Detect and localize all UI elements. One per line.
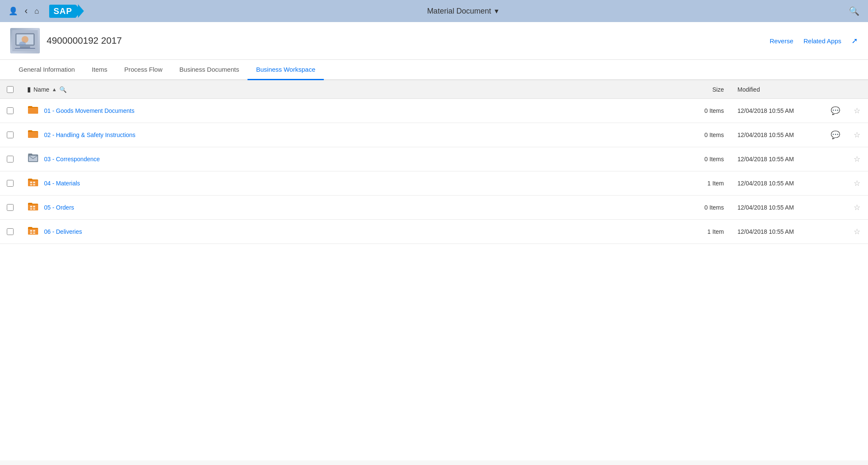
folder-icon-header: ▮	[27, 85, 31, 93]
comment-icon[interactable]: 💬	[831, 106, 840, 115]
folder-envelope-icon	[27, 153, 39, 165]
svg-rect-15	[30, 208, 32, 210]
row-name[interactable]: 06 - Deliveries	[44, 228, 82, 235]
svg-rect-16	[33, 208, 35, 210]
star-icon[interactable]: ☆	[854, 227, 860, 236]
row-comment-cell	[824, 171, 847, 196]
external-link-icon[interactable]: ➚	[851, 36, 858, 45]
table-header: ▮ Name ▲ 🔍 Size Modified	[0, 80, 868, 99]
star-icon[interactable]: ☆	[854, 203, 860, 212]
sort-asc-icon[interactable]: ▲	[52, 87, 57, 92]
row-name-cell: 04 - Materials	[20, 171, 688, 196]
svg-rect-20	[33, 232, 35, 234]
row-checkbox-cell	[0, 196, 20, 220]
row-checkbox-3[interactable]	[7, 180, 14, 187]
table-row: 05 - Orders0 Items12/04/2018 10:55 AM☆	[0, 196, 868, 220]
sap-logo[interactable]: SAP	[49, 5, 76, 18]
table-row: 04 - Materials1 Item12/04/2018 10:55 AM☆	[0, 171, 868, 196]
table-row: 06 - Deliveries1 Item12/04/2018 10:55 AM…	[0, 220, 868, 244]
tab-items[interactable]: Items	[83, 60, 116, 80]
row-checkbox-5[interactable]	[7, 228, 14, 235]
star-icon[interactable]: ☆	[854, 179, 860, 188]
home-icon[interactable]: ⌂	[34, 7, 39, 16]
reverse-button[interactable]: Reverse	[770, 37, 793, 45]
document-actions: Reverse Related Apps ➚	[770, 36, 858, 45]
svg-point-6	[19, 42, 26, 46]
back-icon[interactable]: ‹	[25, 6, 28, 17]
tab-business-workspace[interactable]: Business Workspace	[248, 60, 324, 80]
tabs-bar: General Information Items Process Flow B…	[0, 60, 868, 80]
tab-business-documents[interactable]: Business Documents	[171, 60, 248, 80]
row-modified-cell: 12/04/2018 10:55 AM	[731, 220, 824, 244]
header-comment-col	[824, 80, 847, 99]
row-modified-cell: 12/04/2018 10:55 AM	[731, 123, 824, 147]
star-icon[interactable]: ☆	[854, 106, 860, 115]
document-id: 4900000192 2017	[47, 35, 770, 46]
app-header: 👤 ‹ ⌂ SAP Material Document ▾ 🔍	[0, 0, 868, 22]
folder-grid-icon	[27, 225, 39, 238]
header-search-icon[interactable]: 🔍	[849, 6, 860, 16]
row-modified-cell: 12/04/2018 10:55 AM	[731, 147, 824, 171]
nav-icons: 👤 ‹ ⌂ SAP	[8, 5, 76, 18]
svg-rect-9	[30, 182, 32, 183]
star-icon[interactable]: ☆	[854, 131, 860, 139]
sap-logo-box: SAP	[49, 5, 76, 18]
col-size-label: Size	[712, 86, 724, 93]
row-checkbox-cell	[0, 99, 20, 123]
row-star-cell: ☆	[847, 171, 868, 196]
row-comment-cell	[824, 196, 847, 220]
row-checkbox-4[interactable]	[7, 204, 14, 211]
row-name[interactable]: 04 - Materials	[44, 180, 80, 187]
svg-rect-3	[20, 46, 30, 48]
svg-rect-10	[33, 182, 35, 183]
row-modified-cell: 12/04/2018 10:55 AM	[731, 99, 824, 123]
select-all-checkbox[interactable]	[7, 86, 14, 93]
row-star-cell: ☆	[847, 220, 868, 244]
user-icon[interactable]: 👤	[8, 6, 18, 16]
row-checkbox-2[interactable]	[7, 156, 14, 162]
comment-icon[interactable]: 💬	[831, 131, 840, 139]
related-apps-button[interactable]: Related Apps	[804, 37, 841, 45]
thumbnail-svg	[12, 30, 38, 51]
row-size-cell: 0 Items	[688, 147, 731, 171]
main-content: ▮ Name ▲ 🔍 Size Modified	[0, 80, 868, 460]
header-modified-col: Modified	[731, 80, 824, 99]
row-comment-cell	[824, 147, 847, 171]
row-checkbox-1[interactable]	[7, 132, 14, 138]
svg-rect-18	[33, 230, 35, 232]
row-comment-cell	[824, 220, 847, 244]
row-modified-cell: 12/04/2018 10:55 AM	[731, 171, 824, 196]
document-header: 4900000192 2017 Reverse Related Apps ➚	[0, 22, 868, 60]
star-icon[interactable]: ☆	[854, 155, 860, 163]
row-comment-cell: 💬	[824, 99, 847, 123]
row-size-cell: 1 Item	[688, 171, 731, 196]
row-name[interactable]: 01 - Goods Movement Documents	[44, 107, 134, 114]
header-star-col	[847, 80, 868, 99]
row-size-cell: 0 Items	[688, 196, 731, 220]
row-name-cell: 06 - Deliveries	[20, 220, 688, 244]
col-name-label: Name	[33, 86, 49, 93]
folder-grid-icon	[27, 177, 39, 190]
row-star-cell: ☆	[847, 196, 868, 220]
header-checkbox-cell	[0, 80, 20, 99]
row-name[interactable]: 05 - Orders	[44, 204, 74, 211]
folder-grid-icon	[27, 201, 39, 214]
tab-general-information[interactable]: General Information	[10, 60, 83, 80]
header-title: Material Document ▾	[76, 6, 849, 16]
thumbnail-image	[10, 28, 40, 53]
row-size-cell: 0 Items	[688, 123, 731, 147]
row-name[interactable]: 02 - Handling & Safety Instructions	[44, 132, 136, 138]
header-title-dropdown[interactable]: ▾	[495, 6, 498, 16]
document-thumbnail	[10, 28, 40, 53]
tab-process-flow[interactable]: Process Flow	[116, 60, 171, 80]
svg-rect-13	[30, 206, 32, 207]
name-search-icon[interactable]: 🔍	[59, 86, 67, 93]
svg-rect-11	[30, 184, 32, 185]
row-checkbox-0[interactable]	[7, 107, 14, 114]
row-checkbox-cell	[0, 171, 20, 196]
row-checkbox-cell	[0, 123, 20, 147]
row-star-cell: ☆	[847, 99, 868, 123]
svg-rect-14	[33, 206, 35, 207]
row-star-cell: ☆	[847, 147, 868, 171]
row-name[interactable]: 03 - Correspondence	[44, 156, 100, 162]
